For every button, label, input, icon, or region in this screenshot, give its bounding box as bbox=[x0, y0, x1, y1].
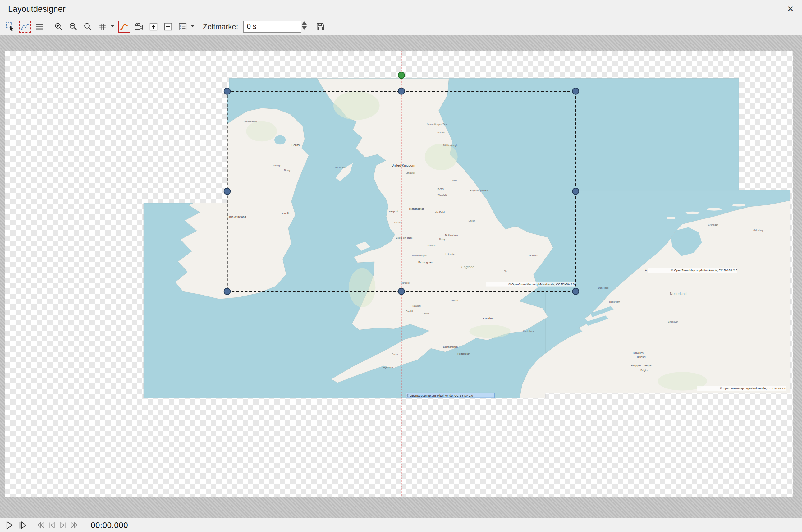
close-icon[interactable]: ✕ bbox=[787, 0, 794, 18]
play-from-mark-button[interactable] bbox=[18, 520, 27, 530]
layers-icon bbox=[35, 22, 44, 31]
camera-button[interactable] bbox=[133, 21, 145, 33]
map-label: Canterbury bbox=[523, 330, 534, 332]
landcover-patch bbox=[425, 144, 458, 170]
map-label: Lincoln bbox=[469, 220, 475, 222]
map-label: Leeds bbox=[437, 188, 443, 190]
zoom-loupe-icon bbox=[83, 22, 93, 32]
time-display: 00:00.000 bbox=[91, 520, 128, 530]
zeitmarke-input[interactable] bbox=[243, 21, 301, 33]
map-label: Oldenburg bbox=[753, 229, 763, 231]
map-label: Ely bbox=[504, 270, 507, 272]
curve-tool-icon bbox=[120, 22, 129, 31]
chevron-down-icon bbox=[190, 24, 195, 28]
properties-button[interactable] bbox=[177, 21, 189, 33]
map-label: Dublin bbox=[282, 212, 290, 215]
map-label: Middlesbrough bbox=[443, 144, 458, 147]
select-tool-button[interactable] bbox=[4, 21, 16, 33]
wadden-island bbox=[686, 212, 700, 214]
map-label: Belgien bbox=[641, 369, 648, 372]
selection-handle-n[interactable] bbox=[398, 88, 405, 94]
map-label: London bbox=[483, 317, 493, 320]
osm-attribution: © OpenStreetMap.org-Mitwirkende, CC BY-S… bbox=[649, 268, 737, 272]
grid-dropdown-button[interactable] bbox=[110, 24, 115, 30]
zoom-loupe-button[interactable] bbox=[82, 21, 94, 33]
spinner-up-button[interactable] bbox=[302, 21, 307, 24]
add-button[interactable] bbox=[148, 21, 159, 33]
map-label: Hereford bbox=[401, 282, 409, 284]
zeitmarke-label: Zeitmarke: bbox=[203, 22, 238, 31]
zoom-in-icon bbox=[54, 22, 63, 32]
map-label: Groningen bbox=[708, 224, 718, 226]
layout-canvas: LondonderryBelfastArmaghNewryDublinIsle … bbox=[5, 51, 793, 497]
wadden-island bbox=[667, 216, 676, 219]
selection-handle-w[interactable] bbox=[224, 188, 230, 194]
wadden-island bbox=[707, 208, 722, 211]
map-label: Kingston upon Hull bbox=[470, 190, 489, 192]
map-label: Norwich bbox=[529, 254, 538, 257]
transport-bar: 00:00.000 bbox=[0, 518, 802, 532]
select-tool-icon bbox=[5, 22, 15, 32]
toolbar: Zeitmarke: bbox=[0, 18, 802, 35]
map-label: England bbox=[461, 265, 475, 269]
map-label: Sheffield bbox=[435, 211, 445, 214]
step-forward-button[interactable] bbox=[59, 521, 67, 529]
camera-icon bbox=[134, 22, 144, 32]
map-label: Plymouth bbox=[383, 366, 393, 369]
map-label: Bristol bbox=[423, 312, 429, 315]
map-label: Liverpool bbox=[388, 210, 398, 213]
selection-handle-se[interactable] bbox=[572, 288, 578, 294]
save-icon bbox=[316, 22, 325, 32]
edit-points-tool-button[interactable] bbox=[19, 21, 31, 33]
wadden-island bbox=[732, 204, 745, 207]
osm-attribution: © OpenStreetMap.org-Mitwirkende, CC BY-S… bbox=[406, 393, 495, 398]
map-label: Armagh bbox=[273, 164, 281, 167]
map-label: Lancaster bbox=[405, 172, 415, 174]
save-button[interactable] bbox=[314, 21, 326, 33]
zoom-out-icon bbox=[69, 22, 78, 32]
properties-dropdown-button[interactable] bbox=[190, 24, 195, 30]
workspace: LondonderryBelfastArmaghNewryDublinIsle … bbox=[0, 35, 802, 518]
play-button[interactable] bbox=[5, 520, 14, 530]
remove-button[interactable] bbox=[162, 21, 174, 33]
landcover-patch bbox=[246, 121, 277, 141]
map-label: Belfast bbox=[291, 144, 300, 147]
layoutdesigner-window: { "window": { "title": "Layoutdesigner",… bbox=[0, 0, 802, 532]
layers-button[interactable] bbox=[34, 21, 45, 33]
selection-handle-sw[interactable] bbox=[224, 288, 230, 294]
map-label: Den Haag bbox=[598, 286, 608, 289]
grid-button[interactable] bbox=[97, 21, 109, 33]
selection-handle-s[interactable] bbox=[398, 288, 405, 294]
fast-backward-button[interactable] bbox=[37, 521, 45, 529]
properties-icon bbox=[178, 22, 187, 31]
map-label: Southampton bbox=[443, 345, 458, 348]
spinner-down-button[interactable] bbox=[302, 26, 307, 30]
osm-attribution: © OpenStreetMap.org-Mitwirkende, CC BY-S… bbox=[697, 386, 786, 391]
fast-forward-button[interactable] bbox=[70, 521, 78, 529]
map-label: Portsmouth bbox=[457, 353, 470, 355]
map-label: Wakefield bbox=[438, 194, 447, 196]
zoom-in-button[interactable] bbox=[53, 21, 65, 33]
lough-neagh-lake bbox=[274, 135, 286, 145]
map-label: Newry bbox=[284, 169, 290, 172]
selection-handle-ne[interactable] bbox=[572, 88, 578, 94]
window-title: Layoutdesigner bbox=[8, 0, 65, 18]
map-label: Oxford bbox=[451, 299, 458, 302]
zoom-out-button[interactable] bbox=[68, 21, 79, 33]
attribution-text: © OpenStreetMap.org-Mitwirkende, CC BY-S… bbox=[508, 283, 575, 286]
map-label: Manchester bbox=[409, 207, 424, 210]
landcover-patch bbox=[333, 91, 380, 120]
selection-handle-e[interactable] bbox=[572, 188, 578, 194]
rotation-handle[interactable] bbox=[398, 72, 405, 78]
attribution-text: © OpenStreetMap.org-Mitwirkende, CC BY-S… bbox=[720, 386, 786, 390]
map-label: A bbox=[645, 269, 647, 272]
map-label: Isle of Man bbox=[335, 166, 346, 169]
map-label: Newcastle upon Tyne bbox=[427, 123, 447, 126]
map-label: Chester bbox=[394, 221, 402, 224]
zeitmarke-field bbox=[243, 21, 301, 33]
curve-tool-button[interactable] bbox=[118, 21, 130, 33]
selection-handle-nw[interactable] bbox=[224, 88, 230, 94]
map-label: Wolverhampton bbox=[412, 254, 427, 257]
step-backward-button[interactable] bbox=[48, 521, 56, 529]
map-label: Cardiff bbox=[406, 310, 413, 312]
